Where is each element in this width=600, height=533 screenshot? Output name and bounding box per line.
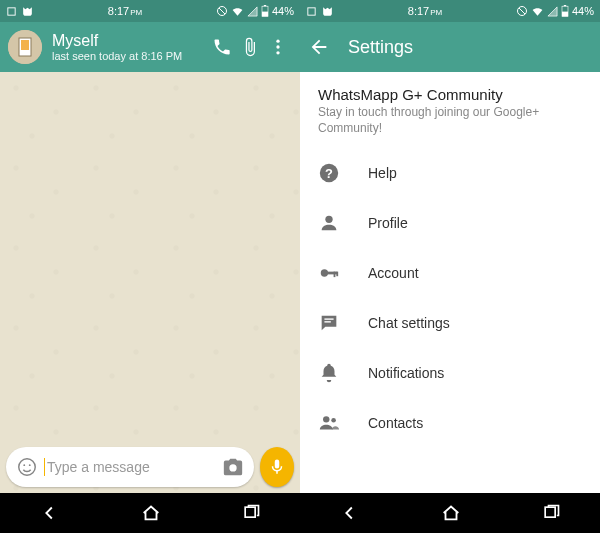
notif-icon	[306, 6, 317, 17]
svg-rect-4	[262, 12, 268, 17]
svg-rect-33	[545, 507, 555, 517]
input-cursor	[44, 458, 45, 476]
svg-rect-27	[334, 272, 336, 278]
svg-point-32	[331, 418, 336, 423]
svg-rect-26	[327, 272, 337, 275]
settings-item-label: Profile	[368, 215, 408, 231]
community-sub: Stay in touch through joining our Google…	[318, 105, 582, 136]
statusbar-time: 8:17	[408, 5, 429, 17]
settings-appbar-title: Settings	[348, 37, 413, 58]
svg-line-18	[519, 8, 525, 14]
dnd-icon	[216, 5, 228, 17]
svg-point-24	[325, 216, 332, 223]
statusbar: 8:17PM 44%	[300, 0, 600, 22]
cat-icon	[321, 5, 334, 18]
chat-title-block[interactable]: Myself last seen today at 8:16 PM	[52, 32, 208, 62]
svg-point-14	[29, 464, 31, 466]
svg-rect-21	[564, 5, 566, 6]
emoji-icon[interactable]	[16, 456, 38, 478]
person-icon	[318, 212, 358, 234]
settings-item-label: Chat settings	[368, 315, 450, 331]
svg-point-31	[323, 416, 329, 422]
settings-item-notifications[interactable]: Notifications	[300, 348, 600, 398]
statusbar-time: 8:17	[108, 5, 129, 17]
more-icon[interactable]	[264, 37, 292, 57]
settings-item-account[interactable]: Account	[300, 248, 600, 298]
nav-back-icon[interactable]	[339, 502, 361, 524]
svg-point-10	[276, 45, 279, 48]
battery-icon	[561, 5, 569, 17]
message-input-pill	[6, 447, 254, 487]
nav-back-icon[interactable]	[39, 502, 61, 524]
settings-item-profile[interactable]: Profile	[300, 198, 600, 248]
call-icon[interactable]	[208, 37, 236, 57]
wifi-icon	[231, 5, 244, 18]
nav-home-icon[interactable]	[440, 502, 462, 524]
chat-icon	[318, 312, 358, 334]
chat-background	[0, 72, 300, 493]
svg-rect-0	[8, 7, 15, 14]
nav-recent-icon[interactable]	[241, 503, 261, 523]
nav-recent-icon[interactable]	[541, 503, 561, 523]
svg-point-25	[321, 270, 328, 277]
attach-icon[interactable]	[236, 37, 264, 57]
mic-button[interactable]	[260, 447, 294, 487]
avatar[interactable]	[8, 30, 42, 64]
svg-point-11	[276, 51, 279, 54]
svg-point-9	[276, 40, 279, 43]
help-icon: ?	[318, 162, 358, 184]
navbar	[0, 493, 300, 533]
svg-line-2	[219, 8, 225, 14]
signal-icon	[247, 6, 258, 17]
svg-rect-5	[264, 5, 266, 6]
svg-rect-28	[336, 272, 338, 277]
settings-body: WhatsMapp G+ Community Stay in touch thr…	[300, 72, 600, 493]
svg-rect-20	[562, 12, 568, 17]
phone-left: 8:17PM 44% Myself last seen today at 8:1…	[0, 0, 300, 533]
svg-text:?: ?	[325, 166, 333, 181]
settings-appbar: Settings	[300, 22, 600, 72]
svg-rect-8	[21, 40, 29, 50]
svg-point-13	[23, 464, 25, 466]
settings-item-help[interactable]: ? Help	[300, 148, 600, 198]
settings-item-label: Account	[368, 265, 419, 281]
svg-rect-15	[245, 507, 255, 517]
key-icon	[318, 262, 358, 284]
back-icon[interactable]	[308, 36, 330, 58]
wifi-icon	[531, 5, 544, 18]
chat-appbar: Myself last seen today at 8:16 PM	[0, 22, 300, 72]
chat-name: Myself	[52, 32, 208, 50]
statusbar: 8:17PM 44%	[0, 0, 300, 22]
settings-item-label: Notifications	[368, 365, 444, 381]
svg-rect-29	[324, 319, 333, 320]
contacts-icon	[318, 412, 358, 434]
message-input[interactable]	[47, 459, 222, 475]
settings-item-contacts[interactable]: Contacts	[300, 398, 600, 448]
statusbar-battery: 44%	[572, 5, 594, 17]
notif-icon	[6, 6, 17, 17]
settings-item-chat-settings[interactable]: Chat settings	[300, 298, 600, 348]
chat-last-seen: last seen today at 8:16 PM	[52, 50, 208, 62]
camera-icon[interactable]	[222, 456, 244, 478]
svg-rect-30	[324, 321, 330, 322]
nav-home-icon[interactable]	[140, 502, 162, 524]
statusbar-time-suffix: PM	[430, 8, 442, 17]
input-row	[6, 447, 294, 487]
phone-right: 8:17PM 44% Settings WhatsMapp G+ Communi…	[300, 0, 600, 533]
battery-icon	[261, 5, 269, 17]
settings-item-label: Help	[368, 165, 397, 181]
svg-rect-16	[308, 7, 315, 14]
statusbar-time-suffix: PM	[130, 8, 142, 17]
navbar	[300, 493, 600, 533]
dnd-icon	[516, 5, 528, 17]
signal-icon	[547, 6, 558, 17]
svg-point-12	[19, 459, 36, 476]
cat-icon	[21, 5, 34, 18]
community-header[interactable]: WhatsMapp G+ Community Stay in touch thr…	[300, 72, 600, 148]
settings-item-label: Contacts	[368, 415, 423, 431]
bell-icon	[318, 362, 358, 384]
statusbar-battery: 44%	[272, 5, 294, 17]
community-title: WhatsMapp G+ Community	[318, 86, 582, 103]
